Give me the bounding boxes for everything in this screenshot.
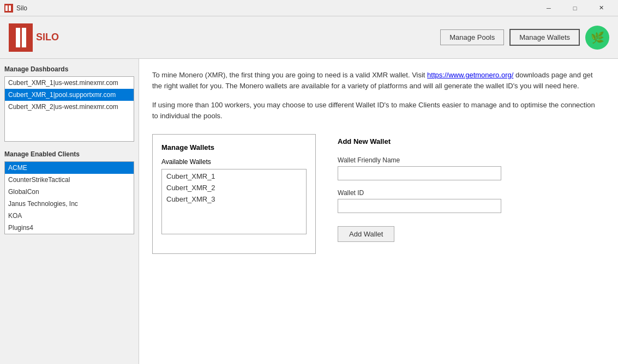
add-wallet-area: Add New Wallet Wallet Friendly Name Wall… — [338, 134, 605, 242]
intro-note: If using more than 100 workers, you may … — [152, 100, 599, 121]
clients-list: ACME CounterStrikeTactical GlobalCon Jan… — [4, 161, 134, 234]
brand-icon: 🌿 — [585, 26, 609, 50]
app-title: Silo — [16, 4, 27, 12]
add-wallet-title: Add New Wallet — [338, 137, 605, 145]
manage-wallets-button[interactable]: Manage Wallets — [509, 29, 580, 46]
monero-link[interactable]: https://www.getmonero.org/ — [427, 71, 513, 79]
wallet-friendly-name-input[interactable] — [338, 166, 501, 180]
wallet-item[interactable]: Cubert_XMR_2 — [162, 182, 306, 193]
add-wallet-button[interactable]: Add Wallet — [338, 226, 394, 242]
manage-wallets-title: Manage Wallets — [161, 143, 307, 151]
client-item[interactable]: CounterStrikeTactical — [5, 174, 134, 186]
header-right: Manage Pools Manage Wallets 🌿 — [440, 26, 609, 50]
title-bar-controls: ─ □ ✕ — [536, 0, 614, 16]
client-item[interactable]: KOA — [5, 210, 134, 222]
manage-wallets-box: Manage Wallets Available Wallets Cubert_… — [152, 134, 316, 254]
client-item[interactable]: Plugins4 — [5, 222, 134, 234]
close-button[interactable]: ✕ — [589, 0, 614, 16]
main-content: To mine Monero (XMR), the first thing yo… — [139, 59, 618, 364]
app-icon — [4, 4, 13, 13]
wallet-friendly-name-label: Wallet Friendly Name — [338, 156, 605, 164]
wallets-list: Cubert_XMR_1 Cubert_XMR_2 Cubert_XMR_3 — [161, 169, 307, 234]
client-item[interactable]: GlobalCon — [5, 186, 134, 198]
logo-text: SILO — [36, 32, 59, 43]
intro-paragraph-1: To mine Monero (XMR), the first thing yo… — [152, 70, 599, 91]
svg-rect-2 — [9, 5, 11, 11]
sidebar: Manage Dashboards Cubert_XMR_1|us-west.m… — [0, 59, 139, 364]
svg-rect-1 — [5, 5, 8, 11]
maximize-button[interactable]: □ — [562, 0, 587, 16]
dashboard-item[interactable]: Cubert_XMR_1|pool.supportxmr.com — [5, 89, 134, 101]
dashboards-list: Cubert_XMR_1|us-west.minexmr.com Cubert_… — [4, 76, 134, 142]
minimize-button[interactable]: ─ — [536, 0, 561, 16]
dashboards-title: Manage Dashboards — [4, 65, 134, 73]
dashboard-item[interactable]: Cubert_XMR_1|us-west.minexmr.com — [5, 77, 134, 89]
wallet-id-input[interactable] — [338, 199, 501, 213]
logo-icon — [9, 23, 33, 52]
clients-section: Manage Enabled Clients ACME CounterStrik… — [4, 150, 134, 234]
client-item[interactable]: ACME — [5, 162, 134, 174]
title-bar: Silo ─ □ ✕ — [0, 0, 618, 16]
app-body: Manage Dashboards Cubert_XMR_1|us-west.m… — [0, 59, 618, 364]
dashboard-item[interactable]: Cubert_XMR_2|us-west.minexmr.com — [5, 101, 134, 113]
clients-title: Manage Enabled Clients — [4, 150, 134, 158]
wallets-area: Manage Wallets Available Wallets Cubert_… — [152, 134, 605, 254]
wallet-name-group: Wallet Friendly Name — [338, 156, 605, 180]
logo-area: SILO — [9, 23, 59, 52]
wallet-id-group: Wallet ID — [338, 189, 605, 213]
available-wallets-label: Available Wallets — [161, 158, 307, 166]
main-header: SILO Manage Pools Manage Wallets 🌿 — [0, 16, 618, 59]
manage-pools-button[interactable]: Manage Pools — [440, 29, 504, 45]
dashboards-section: Manage Dashboards Cubert_XMR_1|us-west.m… — [4, 65, 134, 142]
brand-icon-symbol: 🌿 — [591, 31, 604, 44]
wallet-item[interactable]: Cubert_XMR_1 — [162, 171, 306, 182]
wallet-id-label: Wallet ID — [338, 189, 605, 197]
client-item[interactable]: Janus Technologies, Inc — [5, 198, 134, 210]
wallet-item[interactable]: Cubert_XMR_3 — [162, 193, 306, 205]
